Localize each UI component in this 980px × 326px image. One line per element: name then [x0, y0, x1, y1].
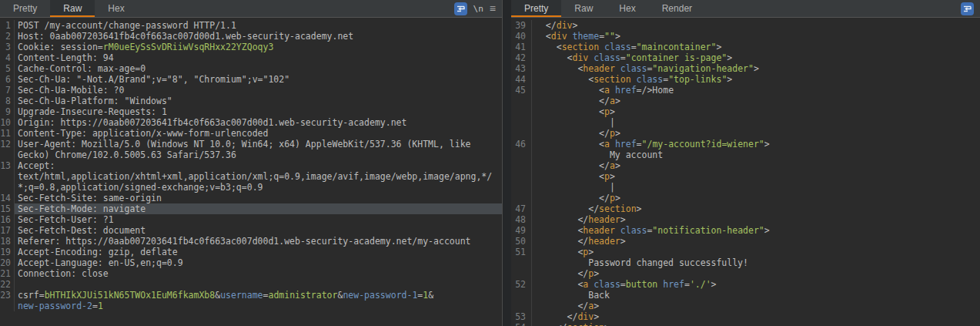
request-editor[interactable]: 1POST /my-account/change-password HTTP/1… — [0, 18, 502, 326]
code-text: <a class=button href='./'> — [532, 279, 980, 290]
code-text: </p> — [532, 193, 980, 203]
code-text: <a href=/>Home — [532, 85, 980, 96]
tab-render[interactable]: Render — [649, 0, 705, 17]
code-text: new-password-2=1 — [15, 301, 502, 311]
line-number — [511, 106, 532, 117]
line-number: 10 — [0, 117, 15, 128]
code-text: <p> — [532, 106, 980, 117]
tabbar-spacer — [138, 0, 454, 17]
panel-divider[interactable] — [503, 0, 511, 326]
show-newlines-icon[interactable]: \n — [473, 4, 483, 14]
line-number — [511, 193, 532, 203]
line-number: 8 — [0, 96, 15, 106]
tab-raw[interactable]: Raw — [50, 0, 95, 17]
code-text: Sec-Fetch-Dest: document — [15, 225, 502, 236]
code-line: 15Sec-Fetch-Mode: navigate — [0, 203, 502, 214]
code-text: <section class="top-links"> — [532, 74, 980, 85]
line-number: 6 — [0, 74, 15, 85]
line-number: 1 — [0, 20, 15, 31]
line-number: 19 — [0, 247, 15, 257]
code-line: My account — [511, 150, 980, 160]
word-wrap-icon[interactable] — [961, 2, 974, 15]
tab-hex[interactable]: Hex — [606, 0, 648, 17]
code-text: Cache-Control: max-age=0 — [15, 63, 502, 74]
code-text: Accept-Encoding: gzip, deflate — [15, 247, 502, 257]
code-line: 11Content-Type: application/x-www-form-u… — [0, 128, 502, 139]
message-editor-split-view: PrettyRawHex \n ≡ 1POST /my-account/chan… — [0, 0, 980, 326]
line-number — [511, 268, 532, 279]
line-number: 2 — [0, 31, 15, 42]
code-line: 46 <a href="/my-account?id=wiener"> — [511, 139, 980, 150]
line-number: 4 — [0, 52, 15, 63]
code-text: </a> — [532, 96, 980, 106]
line-number: 22 — [0, 279, 15, 290]
response-tabs: PrettyRawHexRender — [511, 0, 705, 17]
code-line: 45 <a href=/>Home — [511, 85, 980, 96]
code-line: 6Sec-Ch-Ua: "-Not.A/Brand";v="8", "Chrom… — [0, 74, 502, 85]
code-text: <div class="container is-page"> — [532, 52, 980, 63]
tab-pretty[interactable]: Pretty — [511, 0, 561, 17]
code-line: </a> — [511, 96, 980, 106]
code-text: <header class="navigation-header"> — [532, 63, 980, 74]
line-number — [0, 182, 15, 193]
code-line: 48 </header> — [511, 214, 980, 225]
code-text: </p> — [532, 268, 980, 279]
code-text: Upgrade-Insecure-Requests: 1 — [15, 106, 502, 117]
code-line: 4Content-Length: 94 — [0, 52, 502, 63]
code-line: </a> — [511, 160, 980, 171]
code-text: <a href="/my-account?id=wiener"> — [532, 139, 980, 150]
code-line: 21Connection: close — [0, 268, 502, 279]
response-tabbar-icons — [961, 0, 980, 17]
code-text: </div> — [532, 311, 980, 322]
code-text: </header> — [532, 214, 980, 225]
code-text: Content-Type: application/x-www-form-url… — [15, 128, 502, 139]
tab-pretty[interactable]: Pretty — [0, 0, 50, 17]
code-text: Password changed successfully! — [532, 257, 980, 268]
code-text: Cookie: session=rM0ueEySsSvDRiiwVsqRHxx2… — [15, 42, 502, 52]
code-text: <div theme=""> — [532, 31, 980, 42]
code-line: <p> — [511, 171, 980, 182]
line-number: 23 — [0, 290, 15, 301]
code-text: Referer: https://0aab007203641fb4c0f663a… — [15, 236, 502, 247]
code-line: 54 </section> — [511, 322, 980, 326]
line-number: 21 — [0, 268, 15, 279]
code-line: 43 <header class="navigation-header"> — [511, 63, 980, 74]
code-line: 20Accept-Language: en-US,en;q=0.9 — [0, 257, 502, 268]
line-number: 11 — [0, 128, 15, 139]
code-text: Origin: https://0aab007203641fb4c0f663ac… — [15, 117, 502, 128]
code-text: </a> — [532, 160, 980, 171]
code-line: 9Upgrade-Insecure-Requests: 1 — [0, 106, 502, 117]
code-line: 10Origin: https://0aab007203641fb4c0f663… — [0, 117, 502, 128]
code-line: *;q=0.8,application/signed-exchange;v=b3… — [0, 182, 502, 193]
line-number — [511, 96, 532, 106]
code-line: 2Host: 0aab007203641fb4c0f663ac007d00d1.… — [0, 31, 502, 42]
code-line: 40 <div theme=""> — [511, 31, 980, 42]
line-number: 5 — [0, 63, 15, 74]
code-text: <section class="maincontainer"> — [532, 42, 980, 52]
tab-hex[interactable]: Hex — [95, 0, 137, 17]
line-number: 52 — [511, 279, 532, 290]
line-number: 39 — [511, 20, 532, 31]
code-line: 42 <div class="container is-page"> — [511, 52, 980, 63]
code-text: </a> — [532, 301, 980, 311]
line-number: 15 — [0, 203, 15, 214]
line-number — [511, 290, 532, 301]
line-number: 18 — [0, 236, 15, 247]
word-wrap-icon[interactable] — [454, 2, 467, 15]
code-line: </p> — [511, 268, 980, 279]
tab-raw[interactable]: Raw — [561, 0, 606, 17]
code-line: 50 </header> — [511, 236, 980, 247]
code-line: 3Cookie: session=rM0ueEySsSvDRiiwVsqRHxx… — [0, 42, 502, 52]
editor-menu-icon[interactable]: ≡ — [490, 0, 496, 17]
line-number: 51 — [511, 247, 532, 257]
response-editor[interactable]: 39 </div>40 <div theme="">41 <section cl… — [511, 18, 980, 326]
code-text: Sec-Ch-Ua: "-Not.A/Brand";v="8", "Chromi… — [15, 74, 502, 85]
response-panel: PrettyRawHexRender 39 </div>40 <div them… — [511, 0, 980, 326]
code-line: 5Cache-Control: max-age=0 — [0, 63, 502, 74]
code-text: <p> — [532, 171, 980, 182]
line-number — [0, 171, 15, 182]
tabbar-spacer — [705, 0, 961, 17]
line-number — [511, 257, 532, 268]
code-text: </header> — [532, 236, 980, 247]
line-number: 14 — [0, 193, 15, 203]
